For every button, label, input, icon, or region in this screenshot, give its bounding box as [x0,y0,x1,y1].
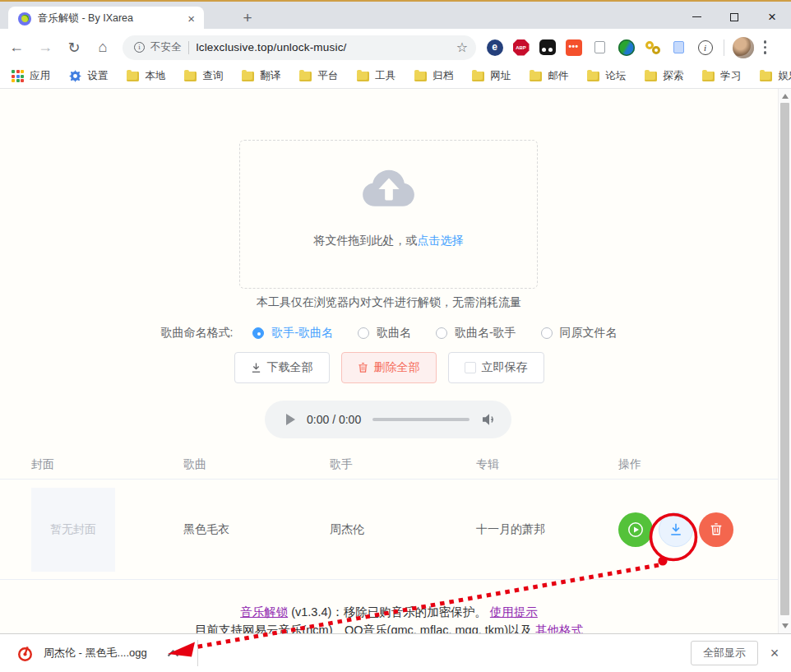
bookmark-folder-translate[interactable]: 翻译 [242,69,280,83]
browser-menu-icon[interactable] [764,40,766,53]
bookmark-star-icon[interactable]: ☆ [456,39,468,55]
bookmark-folder-tools[interactable]: 工具 [357,69,396,83]
click-to-select-link[interactable]: 点击选择 [418,234,464,247]
download-filename[interactable]: 周杰伦 - 黑色毛....ogg [44,646,147,660]
circle-download-icon [669,522,682,536]
volume-icon[interactable] [483,413,497,426]
copy-pages-extension-icon[interactable] [670,39,687,56]
dropzone-text: 将文件拖到此处，或 [314,234,418,247]
bookmark-folder-entertainment[interactable]: 娱乐 [760,69,791,83]
address-bar[interactable]: i 不安全 lclexclusive.top/unlock-music/ ☆ [123,35,476,60]
download-all-button[interactable]: 下载全部 [234,352,330,383]
circle-trash-icon [710,522,723,536]
radio-song[interactable]: 歌曲名 [358,326,411,341]
extensions-row: e ABP ••• i [486,39,714,56]
audio-player[interactable]: 0:00 / 0:00 [265,401,511,438]
folder-icon [184,72,197,81]
close-window-button[interactable]: × [753,3,791,30]
profile-avatar[interactable] [733,37,754,58]
home-icon[interactable]: ⌂ [90,35,115,60]
key-extension-icon[interactable] [644,39,661,56]
show-all-button[interactable]: 全部显示 [691,641,758,665]
page-scrollbar[interactable] [778,89,791,633]
tab-favicon-icon [18,12,31,25]
radio-original-filename[interactable]: 同原文件名 [541,326,618,341]
page-info-icon[interactable]: i [134,42,145,53]
folder-icon [414,72,427,81]
url-text[interactable]: lclexclusive.top/unlock-music/ [197,41,451,53]
supported-formats-text: 目前支持网易云音乐(ncm)、QQ音乐(qmc, mflac, mgg, tkm… [195,623,535,633]
save-now-button[interactable]: 立即保存 [448,352,544,383]
bookmark-folder-platform[interactable]: 平台 [299,69,338,83]
folder-icon [702,72,715,81]
security-label[interactable]: 不安全 [150,40,182,54]
play-icon[interactable] [286,414,295,425]
header-song: 歌曲 [183,457,330,472]
app-name-link[interactable]: 音乐解锁 [240,605,288,619]
trash-icon [358,362,368,373]
scrollbar-thumb[interactable] [780,103,789,615]
page-footer: 音乐解锁 (v1.3.4)：移除已购音乐的加密保护。 使用提示 目前支持网易云音… [0,604,778,633]
bookmark-folder-local[interactable]: 本地 [127,69,165,83]
extension-e-icon[interactable]: e [486,39,503,56]
page-content: 将文件拖到此处，或点击选择 本工具仅在浏览器内对文件进行解锁，无需消耗流量 歌曲… [0,89,791,633]
folder-icon [587,72,599,81]
browser-toolbar: ← → ↻ ⌂ i 不安全 lclexclusive.top/unlock-mu… [0,30,791,64]
seek-bar[interactable] [372,418,470,421]
bookmark-folder-forum[interactable]: 论坛 [587,69,626,83]
usage-tips-link[interactable]: 使用提示 [490,605,538,619]
adblock-plus-icon[interactable]: ABP [512,39,530,56]
bookmark-folder-archive[interactable]: 归档 [414,69,453,83]
folder-icon [645,72,657,81]
upload-dropzone[interactable]: 将文件拖到此处，或点击选择 [239,140,538,289]
back-icon[interactable]: ← [4,35,29,60]
window-controls: × [678,3,791,30]
panda-extension-icon[interactable] [539,39,556,56]
cover-placeholder: 暂无封面 [31,488,115,572]
omnibox-divider [188,41,189,54]
reload-icon[interactable]: ↻ [62,35,86,60]
row-delete-button[interactable] [699,512,733,547]
folder-icon [242,72,254,81]
maximize-button[interactable] [715,3,753,30]
bookmark-apps[interactable]: 应用 [12,69,50,83]
toolbar-divider [724,39,724,56]
bookmark-settings[interactable]: 设置 [69,69,108,83]
save-now-checkbox[interactable] [465,362,476,373]
apps-grid-icon [12,70,24,82]
header-album: 专辑 [476,457,618,472]
dots-extension-icon[interactable]: ••• [565,39,582,56]
row-play-button[interactable] [618,512,653,547]
forward-icon[interactable]: → [33,35,58,60]
delete-all-button[interactable]: 删除全部 [341,352,437,383]
bookmark-folder-query[interactable]: 查询 [184,69,223,83]
header-artist: 歌手 [330,457,476,472]
folder-icon [127,72,139,81]
gear-icon [69,70,81,82]
bookmark-folder-study[interactable]: 学习 [702,69,741,83]
bookmark-folder-explore[interactable]: 探索 [645,69,683,83]
downloaded-file-item[interactable]: 周杰伦 - 黑色毛....ogg [16,645,179,662]
naming-format-group: 歌曲命名格式: 歌手-歌曲名 歌曲名 歌曲名-歌手 同原文件名 [0,326,778,341]
other-formats-link[interactable]: 其他格式 [535,623,583,633]
radio-artist-song[interactable]: 歌手-歌曲名 [252,326,333,341]
browser-window: 音乐解锁 - By IXarea × + × ← → ↻ ⌂ i 不安全 lcl… [0,0,791,672]
netease-music-icon [16,645,34,662]
naming-format-label: 歌曲命名格式: [160,326,233,341]
scroll-up-icon[interactable] [782,94,789,99]
browser-tab[interactable]: 音乐解锁 - By IXarea × [8,7,204,30]
tab-close-icon[interactable]: × [185,12,197,25]
info-extension-icon[interactable]: i [696,39,714,56]
shelf-close-icon[interactable]: × [758,645,791,662]
scroll-down-icon[interactable] [782,623,789,628]
radio-song-artist[interactable]: 歌曲名-歌手 [436,326,516,341]
clipboard-extension-icon[interactable] [591,39,608,56]
new-tab-button[interactable]: + [237,8,258,30]
minimize-button[interactable] [678,3,715,30]
chevron-up-icon[interactable] [167,650,179,657]
header-actions: 操作 [618,457,758,472]
bookmark-folder-urls[interactable]: 网址 [472,69,511,83]
bookmark-folder-mail[interactable]: 邮件 [530,69,568,83]
idm-extension-icon[interactable] [618,39,635,56]
row-download-button[interactable] [659,512,693,547]
